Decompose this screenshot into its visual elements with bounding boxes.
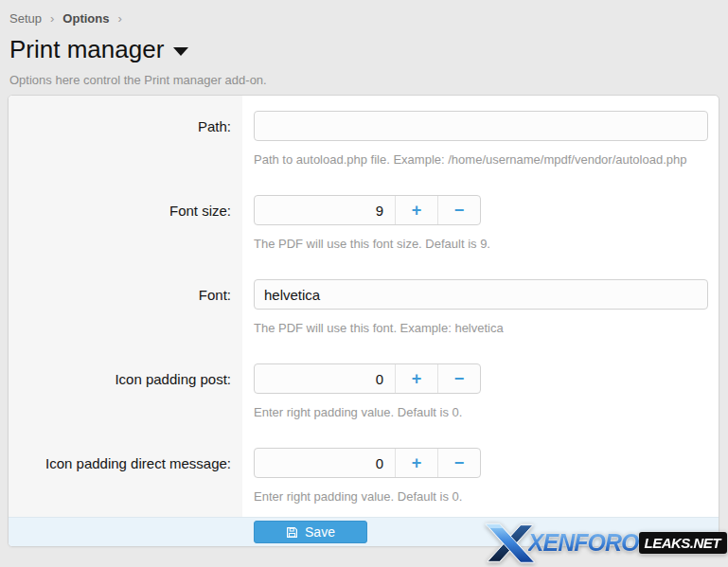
page-title-text: Print manager	[9, 35, 164, 64]
decrement-button[interactable]: −	[437, 364, 480, 393]
save-button-label: Save	[305, 524, 335, 540]
title-menu-arrow-icon[interactable]	[173, 47, 188, 56]
options-form-panel: Path: Path to autoload.php file. Example…	[8, 95, 719, 547]
breadcrumb: Setup › Options ›	[9, 11, 719, 26]
increment-button[interactable]: +	[395, 449, 437, 477]
field-label: Icon padding direct message:	[9, 433, 242, 517]
breadcrumb-separator-icon: ›	[117, 11, 121, 26]
save-icon	[286, 526, 298, 539]
icon-padding-post-stepper: + −	[254, 363, 481, 394]
page-subtitle: Options here control the Print manager a…	[9, 73, 719, 87]
field-label: Path:	[9, 96, 242, 180]
breadcrumb-item-options[interactable]: Options	[62, 11, 109, 26]
field-hint: Enter right padding value. Default is 0.	[254, 489, 708, 504]
form-row-path: Path: Path to autoload.php file. Example…	[9, 96, 719, 180]
xenforoleaks-watermark: XENFORO LEAKS.NET	[483, 521, 727, 564]
icon-padding-post-input[interactable]	[255, 364, 395, 393]
field-hint: The PDF will use this font. Example: hel…	[254, 321, 708, 335]
page-title: Print manager	[9, 35, 719, 64]
icon-padding-dm-input[interactable]	[255, 449, 395, 477]
page-header: Setup › Options › Print manager Options …	[0, 0, 728, 87]
field-hint: Path to autoload.php file. Example: /hom…	[254, 152, 708, 167]
save-button[interactable]: Save	[254, 521, 367, 543]
form-row-icon-padding-post: Icon padding post: + − Enter right paddi…	[9, 348, 719, 433]
path-input[interactable]	[254, 111, 708, 141]
increment-button[interactable]: +	[395, 364, 437, 393]
xenforoleaks-brand-name: XENFORO	[528, 529, 641, 557]
decrement-button[interactable]: −	[437, 449, 480, 477]
field-label: Icon padding post:	[9, 348, 242, 433]
icon-padding-dm-stepper: + −	[254, 448, 481, 478]
field-label: Font:	[9, 264, 242, 348]
form-row-font: Font: The PDF will use this font. Exampl…	[9, 264, 719, 348]
form-row-icon-padding-dm: Icon padding direct message: + − Enter r…	[9, 433, 719, 517]
form-row-font-size: Font size: + − The PDF will use this fon…	[9, 180, 719, 264]
breadcrumb-item-setup[interactable]: Setup	[9, 11, 42, 26]
increment-button[interactable]: +	[395, 196, 437, 224]
xenforoleaks-x-icon	[483, 522, 536, 565]
field-hint: Enter right padding value. Default is 0.	[254, 405, 708, 419]
font-input[interactable]	[254, 279, 708, 310]
breadcrumb-separator-icon: ›	[50, 11, 54, 26]
decrement-button[interactable]: −	[437, 196, 480, 224]
field-label: Font size:	[9, 180, 242, 264]
font-size-input[interactable]	[255, 196, 395, 224]
xenforoleaks-brand-suffix: LEAKS.NET	[639, 532, 727, 554]
field-hint: The PDF will use this font size. Default…	[254, 237, 708, 251]
font-size-stepper: + −	[254, 195, 481, 225]
